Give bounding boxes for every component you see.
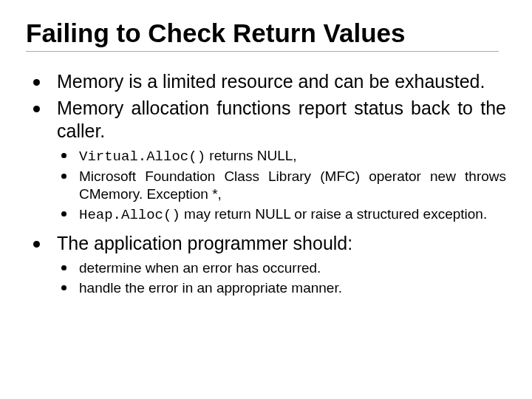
text-heap-alloc-rest: may return NULL or raise a structured ex… <box>180 206 487 222</box>
bullet-programmer-should: The application programmer should: <box>26 232 506 255</box>
main-list-2: The application programmer should: <box>26 232 506 255</box>
main-list: Memory is a limited resource and can be … <box>26 70 506 143</box>
bullet-memory-limited: Memory is a limited resource and can be … <box>26 70 506 93</box>
text-virtual-alloc-rest: returns NULL, <box>205 148 297 163</box>
sub-mfc: Microsoft Foundation Class Library (MFC)… <box>57 168 506 204</box>
sub-determine-error: determine when an error has occurred. <box>57 259 506 278</box>
slide-title: Failing to Check Return Values <box>26 18 499 52</box>
sub-handle-error: handle the error in an appropriate manne… <box>57 279 506 298</box>
code-virtual-alloc: Virtual.Alloc() <box>79 149 205 165</box>
code-heap-alloc: Heap.Alloc() <box>79 207 180 223</box>
sub-list-alloc: Virtual.Alloc() returns NULL, Microsoft … <box>57 147 506 225</box>
sub-virtual-alloc: Virtual.Alloc() returns NULL, <box>57 147 506 166</box>
sub-list-programmer: determine when an error has occurred. ha… <box>57 259 506 297</box>
sub-heap-alloc: Heap.Alloc() may return NULL or raise a … <box>57 205 506 225</box>
bullet-alloc-report: Memory allocation functions report statu… <box>26 97 506 143</box>
